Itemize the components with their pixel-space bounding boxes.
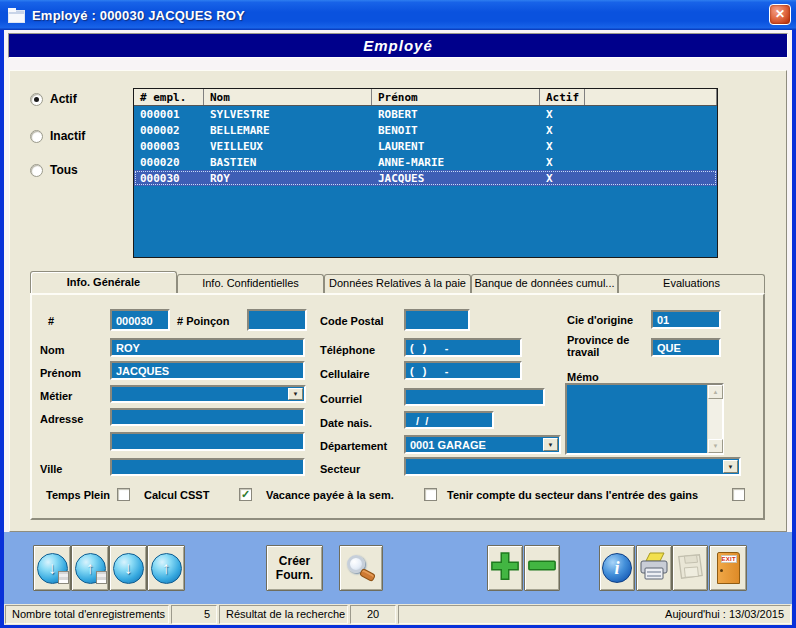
courriel-field[interactable] bbox=[404, 388, 545, 406]
prenom-field[interactable]: JACQUES bbox=[110, 361, 305, 380]
scroll-down-icon[interactable]: ▼ bbox=[708, 439, 723, 453]
minus-icon bbox=[527, 559, 557, 577]
col-header-prenom: Prénom bbox=[372, 89, 540, 105]
arrow-down-page-icon: ↓ bbox=[37, 553, 68, 584]
page-title: Employé bbox=[8, 33, 788, 58]
col-header-rest bbox=[585, 89, 717, 105]
label-nom: Nom bbox=[40, 344, 64, 356]
radio-tous-circle[interactable] bbox=[30, 164, 43, 177]
poincon-field[interactable] bbox=[247, 309, 307, 331]
title-bar: Employé : 000030 JACQUES ROY ✕ bbox=[0, 0, 796, 30]
memo-scrollbar[interactable]: ▲ ▼ bbox=[707, 385, 722, 453]
ville-field[interactable] bbox=[110, 458, 305, 476]
label-cie-origine: Cie d'origine bbox=[567, 314, 633, 326]
employee-table: # empl. Nom Prénom Actif 000001 SYLVESTR… bbox=[133, 88, 718, 258]
secteur-gains-checkbox[interactable] bbox=[732, 488, 745, 501]
radio-inactif-circle[interactable] bbox=[30, 130, 43, 143]
label-province: Province de travail bbox=[567, 334, 649, 358]
radio-actif-label: Actif bbox=[50, 92, 77, 106]
window-title: Employé : 000030 JACQUES ROY bbox=[32, 8, 245, 23]
close-icon[interactable]: ✕ bbox=[769, 4, 791, 25]
tab-evaluations[interactable]: Evaluations bbox=[618, 274, 765, 293]
exit-sign: EXIT bbox=[721, 555, 737, 563]
arrow-down-icon: ↓ bbox=[113, 553, 144, 584]
telephone-field[interactable]: ( ) - bbox=[404, 338, 522, 357]
label-ville: Ville bbox=[40, 463, 62, 475]
cellulaire-field[interactable]: ( ) - bbox=[404, 361, 522, 380]
departement-dropdown[interactable]: 0001 GARAGE ▼ bbox=[404, 435, 561, 454]
nav-down-button[interactable]: ↓ bbox=[109, 545, 147, 591]
table-row-selected[interactable]: 000030 ROY JACQUES X bbox=[134, 170, 717, 186]
save-button-disabled[interactable] bbox=[672, 545, 708, 591]
info-icon: i bbox=[602, 553, 632, 583]
temps-plein-checkbox[interactable] bbox=[117, 488, 130, 501]
table-row[interactable]: 000001 SYLVESTRE ROBERT X bbox=[134, 106, 717, 122]
status-total-value: 5 bbox=[171, 605, 217, 624]
label-num: # bbox=[48, 315, 54, 327]
date-nais-field[interactable]: / / bbox=[404, 411, 494, 429]
nav-next-record-button[interactable]: ↑ bbox=[71, 545, 109, 591]
creer-fourn-button[interactable]: Créer Fourn. bbox=[266, 545, 323, 591]
arrow-up-icon: ↑ bbox=[151, 553, 182, 584]
floppy-disk-icon bbox=[675, 551, 705, 585]
tab-info-generale[interactable]: Info. Générale bbox=[30, 271, 177, 293]
radio-inactif-label: Inactif bbox=[50, 129, 85, 143]
exit-button[interactable]: EXIT bbox=[709, 545, 747, 591]
tab-info-confidentielles[interactable]: Info. Confidentielles bbox=[177, 274, 324, 293]
plus-icon bbox=[490, 550, 520, 586]
info-button[interactable]: i bbox=[599, 545, 635, 591]
print-button[interactable] bbox=[636, 545, 672, 591]
printer-icon bbox=[638, 551, 670, 585]
secteur-dropdown[interactable]: ▼ bbox=[404, 457, 741, 476]
page-icon bbox=[96, 571, 107, 584]
scroll-up-icon[interactable]: ▲ bbox=[708, 385, 723, 399]
status-today: Aujourd'hui : 13/03/2015 bbox=[398, 605, 791, 624]
label-departement: Département bbox=[320, 440, 387, 452]
adresse1-field[interactable] bbox=[110, 408, 305, 426]
page-icon bbox=[58, 571, 69, 584]
cie-origine-field[interactable]: 01 bbox=[651, 310, 721, 329]
employee-table-header: # empl. Nom Prénom Actif bbox=[134, 89, 717, 106]
remove-record-button[interactable] bbox=[524, 545, 560, 591]
memo-textarea[interactable]: ▲ ▼ bbox=[565, 383, 724, 455]
label-temps-plein: Temps Plein bbox=[46, 489, 110, 501]
metier-dropdown[interactable]: ▼ bbox=[110, 385, 306, 403]
door-knob bbox=[720, 569, 723, 572]
label-secteur-gains: Tenir compte du secteur dans l'entrée de… bbox=[447, 489, 698, 501]
search-button[interactable] bbox=[339, 545, 383, 591]
col-header-empl: # empl. bbox=[134, 89, 204, 105]
table-row[interactable]: 000020 BASTIEN ANNE-MARIE X bbox=[134, 154, 717, 170]
status-result-value: 20 bbox=[350, 605, 396, 624]
adresse2-field[interactable] bbox=[110, 432, 305, 451]
calcul-csst-checkbox[interactable]: ✓ bbox=[239, 488, 252, 501]
radio-tous-label: Tous bbox=[50, 163, 78, 177]
nav-up-button[interactable]: ↑ bbox=[147, 545, 185, 591]
province-field[interactable]: QUE bbox=[651, 338, 721, 357]
radio-actif[interactable]: Actif bbox=[30, 92, 77, 106]
table-row[interactable]: 000003 VEILLEUX LAURENT X bbox=[134, 138, 717, 154]
chevron-down-icon[interactable]: ▼ bbox=[723, 460, 738, 473]
add-record-button[interactable] bbox=[487, 545, 523, 591]
chevron-down-icon[interactable]: ▼ bbox=[288, 388, 303, 400]
radio-inactif[interactable]: Inactif bbox=[30, 129, 85, 143]
radio-tous[interactable]: Tous bbox=[30, 163, 78, 177]
tab-donnees-paie[interactable]: Données Relatives à la paie bbox=[324, 274, 471, 293]
code-postal-field[interactable] bbox=[404, 309, 470, 331]
label-memo: Mémo bbox=[567, 371, 599, 383]
vacance-checkbox[interactable] bbox=[424, 488, 437, 501]
arrow-up-page-icon: ↑ bbox=[75, 553, 106, 584]
label-poincon: # Poinçon bbox=[177, 315, 230, 327]
label-prenom: Prénom bbox=[40, 367, 81, 379]
nom-field[interactable]: ROY bbox=[110, 338, 305, 357]
label-cellulaire: Cellulaire bbox=[320, 368, 370, 380]
window-form-icon bbox=[8, 8, 25, 22]
num-field[interactable]: 000030 bbox=[110, 309, 170, 331]
status-result-label: Résultat de la recherche : bbox=[219, 605, 348, 624]
radio-actif-circle[interactable] bbox=[30, 93, 43, 106]
tab-banque-donnees[interactable]: Banque de données cumul... bbox=[471, 274, 618, 293]
label-vacance: Vacance payée à la sem. bbox=[266, 489, 394, 501]
table-row[interactable]: 000002 BELLEMARE BENOIT X bbox=[134, 122, 717, 138]
chevron-down-icon[interactable]: ▼ bbox=[543, 438, 558, 451]
nav-prev-record-button[interactable]: ↓ bbox=[33, 545, 71, 591]
exit-door-icon: EXIT bbox=[717, 552, 740, 584]
